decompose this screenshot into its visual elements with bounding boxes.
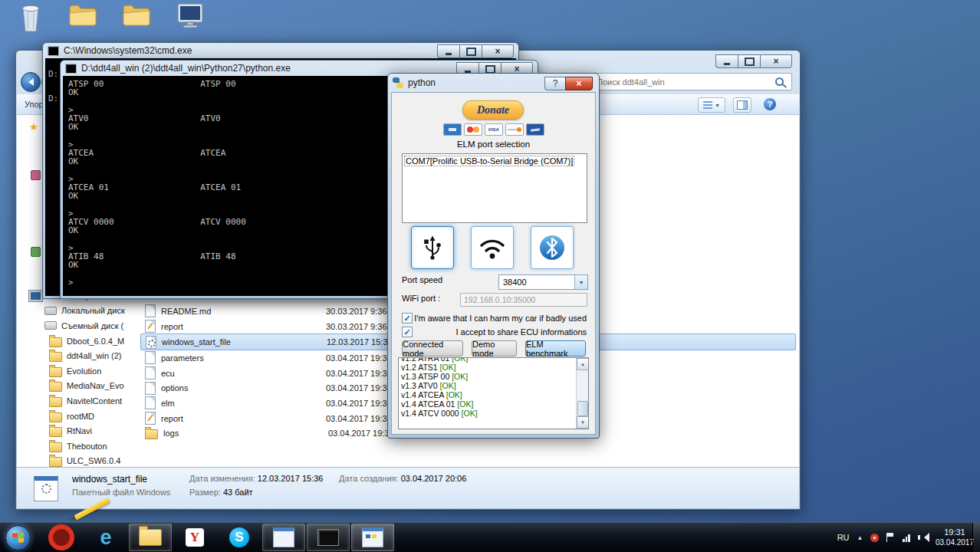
details-size: Размер: 43 байт xyxy=(189,488,253,497)
wifi-icon xyxy=(477,235,508,261)
homegroup-icon[interactable] xyxy=(31,247,41,257)
favorites-icon[interactable]: ★ xyxy=(29,121,38,133)
taskbar-cmd-button[interactable] xyxy=(307,524,350,551)
internet-explorer-icon: e xyxy=(100,527,111,547)
show-desktop-button[interactable] xyxy=(972,523,980,552)
taskbar-ie-button[interactable]: e xyxy=(84,524,127,551)
port-speed-label: Port speed xyxy=(402,275,442,284)
action-center-icon[interactable] xyxy=(886,533,895,542)
wifi-port-input[interactable]: 192.168.0.10:35000 xyxy=(460,293,587,307)
network-icon[interactable] xyxy=(903,534,910,542)
echeck-icon xyxy=(526,123,544,136)
port-speed-select[interactable]: 38400 ▼ xyxy=(498,274,588,290)
date: 03.04.2017 xyxy=(936,537,974,547)
visa-card-icon: VISA xyxy=(485,123,503,136)
report-file-icon xyxy=(145,320,156,333)
maximize-button[interactable] xyxy=(459,44,482,58)
elm-benchmark-button[interactable]: ELM benchmark xyxy=(525,340,586,356)
taskbar-skype-button[interactable]: S xyxy=(218,524,261,551)
harm-checkbox[interactable]: ✓ xyxy=(402,313,413,324)
show-hidden-icons-button[interactable]: ▲ xyxy=(857,534,863,541)
folder-icon xyxy=(121,1,152,27)
python-console-title: D:\ddt4all_win (2)\ddt4all_win\Python27\… xyxy=(81,63,291,74)
sidebar-item-thebouton[interactable]: Thebouton xyxy=(17,439,140,454)
back-button[interactable] xyxy=(21,72,41,92)
folder-icon xyxy=(139,529,162,546)
desktop-folder-icon-1[interactable] xyxy=(64,1,101,38)
donate-button[interactable]: Donate xyxy=(462,100,524,120)
sidebar-item-navitelcontent[interactable]: NavitelContent xyxy=(17,393,140,409)
minimize-button[interactable] xyxy=(715,54,738,68)
sidebar-item-evolution[interactable]: Evolution xyxy=(17,363,140,379)
language-indicator[interactable]: RU xyxy=(837,533,850,542)
log-item: v1.2 ATRA 01 [OK] xyxy=(401,357,588,363)
bluetooth-mode-button[interactable] xyxy=(531,226,574,269)
sidebar-item-medianav-evo[interactable]: MediaNav_Evo xyxy=(17,379,140,394)
folder-icon xyxy=(49,337,62,347)
usb-mode-button[interactable] xyxy=(411,226,454,269)
chevron-down-icon[interactable]: ▼ xyxy=(574,275,587,289)
minimize-button[interactable] xyxy=(437,44,459,58)
change-view-button[interactable]: ▼ xyxy=(698,97,725,113)
scroll-up-button[interactable]: ▲ xyxy=(577,358,589,370)
minimize-icon xyxy=(724,63,730,65)
volume-icon[interactable] xyxy=(918,533,928,542)
help-button[interactable]: ? xyxy=(544,77,565,90)
scroll-down-button[interactable]: ▼ xyxy=(577,416,589,429)
details-file-type: Пакетный файл Windows xyxy=(72,488,170,497)
search-box[interactable]: Поиск ddt4all_win xyxy=(591,73,792,90)
maximize-icon xyxy=(745,58,755,66)
down-arrow-icon: ▼ xyxy=(580,420,585,425)
sidebar-item-ulc-sw604[interactable]: ULC_SW6.0.4 xyxy=(17,454,140,468)
taskbar-opera-button[interactable] xyxy=(40,524,83,551)
elm-port-selection-label: ELM port selection xyxy=(392,140,595,149)
search-input[interactable]: Поиск ddt4all_win xyxy=(597,77,772,87)
help-icon: ? xyxy=(553,80,558,87)
folder-icon xyxy=(145,429,158,439)
maximize-button[interactable] xyxy=(738,54,760,68)
scrollbar-thumb[interactable] xyxy=(577,401,588,416)
details-created: Дата создания: 03.04.2017 20:06 xyxy=(339,474,466,483)
desktop-computer-icon[interactable] xyxy=(172,1,209,38)
taskbar-python-button[interactable] xyxy=(351,524,394,551)
sidebar-item-ddt4all-win[interactable]: ddt4all_win (2) xyxy=(17,348,140,363)
close-button[interactable]: × xyxy=(482,44,514,58)
cmd-window-controls: × xyxy=(437,44,514,58)
elm-log-listbox[interactable]: v1.2 ATRA 01 [OK] v1.2 ATS1 [OK] v1.3 AT… xyxy=(398,357,589,429)
close-icon: × xyxy=(495,48,500,55)
sidebar-item-local-disk[interactable]: Локальный диск xyxy=(17,304,140,319)
python-dialog-title: python xyxy=(408,77,436,88)
folder-icon xyxy=(49,352,62,362)
help-button[interactable]: ? xyxy=(764,98,776,110)
sidebar-item-rootmd[interactable]: rootMD xyxy=(17,409,140,424)
recycle-bin-icon[interactable] xyxy=(12,1,49,38)
tray-app-icon[interactable] xyxy=(870,534,879,542)
window-icon xyxy=(273,527,294,547)
connected-mode-button[interactable]: Connected mode xyxy=(402,340,463,356)
taskbar-window-button[interactable] xyxy=(262,524,305,551)
clock[interactable]: 19:31 03.04.2017 xyxy=(936,527,974,547)
demo-mode-button[interactable]: Demo mode xyxy=(472,340,517,356)
log-scrollbar[interactable]: ▲ ▼ xyxy=(576,358,588,429)
wifi-mode-button[interactable] xyxy=(471,226,514,269)
libraries-icon[interactable] xyxy=(31,170,41,180)
start-button[interactable] xyxy=(5,525,31,550)
desktop-folder-icon-2[interactable] xyxy=(118,1,155,38)
sidebar-item-removable-disk[interactable]: Съемный диск ( xyxy=(17,318,140,334)
share-checkbox[interactable]: ✓ xyxy=(402,327,413,337)
preview-pane-button[interactable] xyxy=(733,97,751,113)
close-button[interactable]: × xyxy=(565,77,593,90)
python-dialog-controls: ? × xyxy=(544,77,593,90)
report-file-icon xyxy=(145,412,156,425)
yandex-icon: Y xyxy=(186,528,204,547)
folder-tree: Компьютер Локальный диск Съемный диск ( … xyxy=(17,288,140,468)
sidebar-item-rtnavi[interactable]: RtNavi xyxy=(17,423,140,439)
taskbar-yandex-button[interactable]: Y xyxy=(173,524,216,551)
port-listbox[interactable]: COM7[Prolific USB-to-Serial Bridge (COM7… xyxy=(402,153,587,223)
sidebar-item-dboot[interactable]: Dboot_6.0.4_M xyxy=(17,334,140,349)
port-list-item[interactable]: COM7[Prolific USB-to-Serial Bridge (COM7… xyxy=(404,156,574,166)
close-button[interactable]: × xyxy=(760,54,792,68)
folder-icon xyxy=(49,397,62,407)
details-modified: Дата изменения: 12.03.2017 15:36 xyxy=(189,474,323,483)
taskbar-explorer-button[interactable] xyxy=(129,524,172,551)
